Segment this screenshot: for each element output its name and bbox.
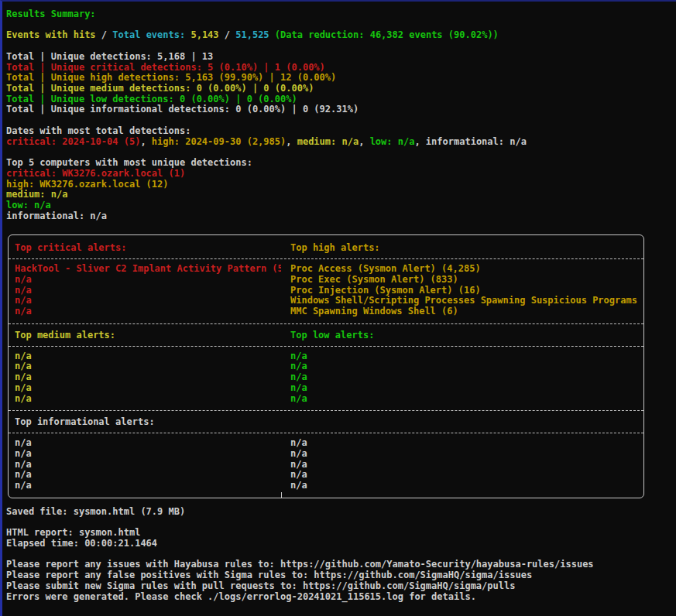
computers-informational: informational: n/a [6,211,676,222]
dates-heading: Dates with most total detections: [6,126,676,137]
table-row: n/an/a [9,449,643,460]
terminal-window: Results Summary: Events with hits / Tota… [0,0,676,616]
saved-file-line: Saved file: sysmon.html (7.9 MB) [6,507,676,518]
total-events-value: 51,525 [235,29,269,40]
table-row: n/aWindows Shell/Scripting Processes Spa… [9,296,643,306]
note-hayabusa-rules: Please report any issues with Hayabusa r… [6,560,676,570]
low-alert-cell: n/a [281,383,643,394]
low-alert-cell: n/a [281,351,643,362]
column-divider-tick [281,492,282,498]
footer-section: Saved file: sysmon.html (7.9 MB) HTML re… [6,507,676,602]
critical-alert-cell: n/a [9,296,281,306]
top-high-alerts-header: Top high alerts: [281,242,643,253]
informational-alert-cell: n/a [9,449,281,460]
alerts-table-header-row: Top medium alerts: Top low alerts: [9,324,643,347]
alerts-table-header-row: Top critical alerts: Top high alerts: [9,235,643,259]
top-critical-alerts-header: Top critical alerts: [9,242,281,253]
blank-line [6,115,676,126]
alerts-table: Top critical alerts: Top high alerts: Ha… [8,234,644,498]
table-row: n/an/a [9,481,643,491]
alerts-table-body: HackTool - Sliver C2 Implant Activity Pa… [9,259,643,323]
table-row: n/aProc Injection (Sysmon Alert) (16) [9,286,643,296]
table-row: n/an/a [9,470,643,481]
informational-alert-cell: n/a [9,470,281,481]
total-critical-detections: Total | Unique critical detections: 5 (0… [6,63,676,74]
table-row: n/an/a [9,372,643,383]
medium-alert-cell: n/a [9,394,281,405]
blank-line [6,549,676,560]
separator: , [359,136,369,147]
high-alert-cell: Windows Shell/Scripting Processes Spawni… [281,296,643,306]
total-events-label: Total events: [112,29,190,40]
medium-alert-cell: n/a [9,351,281,362]
dates-medium: medium: n/a [297,136,359,147]
note-errors-generated: Errors were generated. Please check ./lo… [6,592,676,603]
alerts-table-header-row: Top informational alerts: [9,411,643,433]
medium-low-section: Top medium alerts: Top low alerts: n/an/… [9,323,643,411]
informational-alert-cell: n/a [9,460,281,471]
high-alert-cell: Proc Exec (Sysmon Alert) (833) [281,275,643,286]
note-sigma-pull-requests: Please submit new Sigma rules with pull … [6,581,676,592]
total-medium-detections: Total | Unique medium detections: 0 (0.0… [6,84,676,94]
informational-alert-cell: n/a [281,460,643,471]
critical-high-section: Top critical alerts: Top high alerts: Ha… [9,235,643,323]
critical-alert-cell: n/a [9,306,281,317]
html-report-line: HTML report: sysmon.html [6,528,676,539]
blank-line [6,147,676,158]
informational-alert-cell: n/a [9,481,281,491]
elapsed-time-line: Elapsed time: 00:00:21.1464 [6,539,676,549]
table-row: n/an/a [9,394,643,405]
total-low-detections: Total | Unique low detections: 0 (0.00%)… [6,94,676,105]
computers-heading: Top 5 computers with most unique detecti… [6,158,676,169]
blank-line [6,41,676,52]
separator: , [140,136,151,147]
alerts-table-body: n/an/a n/an/a n/an/a n/an/a n/an/a [9,347,643,411]
high-alert-cell: Proc Injection (Sysmon Alert) (16) [281,286,643,296]
medium-alert-cell: n/a [9,361,281,372]
table-row: HackTool - Sliver C2 Implant Activity Pa… [9,264,643,275]
table-row: n/aMMC Spawning Windows Shell (6) [9,306,643,317]
dates-informational: , informational: n/a [414,136,527,147]
dates-high: high: 2024-09-30 (2,985) [152,136,286,147]
informational-section: Top informational alerts: n/an/a n/an/a … [9,410,643,498]
computers-high: high: WK3276.ozark.local (12) [6,180,676,190]
separator: / [219,29,236,40]
top-medium-alerts-header: Top medium alerts: [9,330,281,341]
table-row: n/an/a [9,460,643,471]
low-alert-cell: n/a [281,361,643,372]
note-sigma-false-positives: Please report any false positives with S… [6,570,676,581]
events-with-hits-value: 5,143 [190,29,218,40]
computers-critical: critical: WK3276.ozark.local (1) [6,169,676,180]
separator [269,29,275,40]
dates-low: low: n/a [370,136,415,147]
separator: / [96,29,113,40]
data-reduction-note: (Data reduction: 46,382 events (90.02%)) [275,29,499,40]
total-unique-detections: Total | Unique detections: 5,168 | 13 [6,52,676,63]
high-alert-cell: Proc Access (Sysmon Alert) (4,285) [281,264,643,275]
computers-low: low: n/a [6,200,676,211]
results-summary-title: Results Summary: [6,9,676,20]
blank-line [6,518,676,529]
high-alert-cell: MMC Spawning Windows Shell (6) [281,306,643,317]
events-summary-line: Events with hits / Total events: 5,143 /… [6,30,676,41]
blank-line [6,221,676,232]
table-row: n/aProc Exec (Sysmon Alert) (833) [9,275,643,286]
table-row: n/an/a [9,351,643,362]
informational-alert-cell: n/a [281,438,643,449]
critical-alert-cell: HackTool - Sliver C2 Implant Activity Pa… [9,264,281,275]
table-row: n/an/a [9,383,643,394]
table-row: n/an/a [9,361,643,372]
events-with-hits-label: Events with hits [6,29,96,40]
dates-critical: critical: 2024-10-04 (5) [6,136,140,147]
blank-line [6,20,676,31]
top-low-alerts-header: Top low alerts: [281,330,643,341]
separator: , [286,136,297,147]
table-row: n/an/a [9,438,643,449]
informational-alert-cell: n/a [281,481,643,491]
total-informational-detections: Total | Unique informational detections:… [6,104,676,115]
informational-alert-cell: n/a [281,449,643,460]
total-high-detections: Total | Unique high detections: 5,163 (9… [6,73,676,84]
top-informational-alerts-header: Top informational alerts: [9,416,281,427]
critical-alert-cell: n/a [9,286,281,296]
alerts-table-body: n/an/a n/an/a n/an/a n/an/a n/an/a [9,433,643,498]
